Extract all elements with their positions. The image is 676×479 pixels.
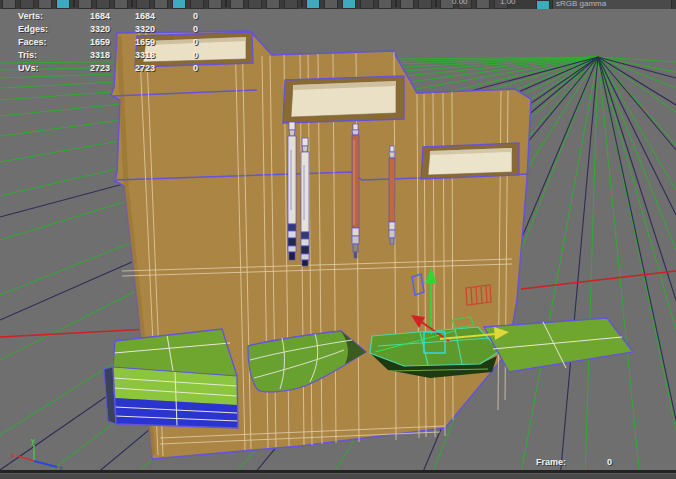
color-management-icon[interactable] bbox=[536, 0, 550, 9]
hud-value: 1659 bbox=[110, 36, 155, 49]
toolbar-icon[interactable] bbox=[418, 0, 432, 9]
toolbar-icon[interactable] bbox=[378, 0, 392, 9]
hud-value: 0 bbox=[155, 10, 198, 23]
hud-row-tris: Tris: 3318 3318 0 bbox=[0, 49, 200, 62]
toolbar-icon[interactable] bbox=[190, 0, 204, 9]
frame-hud: Frame: 0 bbox=[500, 457, 612, 467]
hud-label: Edges: bbox=[0, 23, 70, 36]
frame-label: Frame: bbox=[500, 457, 566, 467]
toolbar-icon[interactable] bbox=[114, 0, 128, 9]
hud-label: Tris: bbox=[0, 49, 70, 62]
poly-count-hud: Verts: 1684 1684 0 Edges: 3320 3320 0 Fa… bbox=[0, 10, 200, 75]
gizmo-x-axis bbox=[18, 456, 34, 461]
hud-value: 3320 bbox=[70, 23, 110, 36]
toolbar-icon[interactable] bbox=[360, 0, 374, 9]
toolbar-icon[interactable] bbox=[476, 0, 490, 9]
toolbar-icon[interactable] bbox=[400, 0, 414, 9]
toolbar-icon[interactable] bbox=[306, 0, 320, 9]
hud-value: 1684 bbox=[110, 10, 155, 23]
toolbar-icon[interactable] bbox=[342, 0, 356, 9]
exposure-field[interactable]: 0.00 bbox=[452, 0, 468, 6]
gamma-field[interactable]: 1.00 bbox=[500, 0, 516, 6]
hud-value: 0 bbox=[155, 62, 198, 75]
hud-value: 3318 bbox=[110, 49, 155, 62]
hud-value: 1684 bbox=[70, 10, 110, 23]
toolbar-icon[interactable] bbox=[266, 0, 280, 9]
toolbar-icon[interactable] bbox=[96, 0, 110, 9]
gizmo-y-label: y bbox=[31, 437, 35, 445]
maya-viewport-window: y x z 0.00 1.00 sRGB gamma Verts: 1684 1… bbox=[0, 0, 676, 479]
notepad-stack[interactable] bbox=[104, 329, 238, 428]
toolbar-icon[interactable] bbox=[56, 0, 70, 9]
gizmo-z-axis bbox=[34, 461, 57, 467]
hud-label: UVs: bbox=[0, 62, 70, 75]
hud-label: Faces: bbox=[0, 36, 70, 49]
toolbar-icon[interactable] bbox=[248, 0, 262, 9]
toolbar-icon[interactable] bbox=[20, 0, 34, 9]
hud-value: 2723 bbox=[70, 62, 110, 75]
pen-4[interactable] bbox=[389, 146, 395, 244]
viewport-toolbar: 0.00 1.00 sRGB gamma bbox=[0, 0, 676, 9]
time-slider-edge bbox=[0, 470, 676, 479]
hud-value: 3320 bbox=[110, 23, 155, 36]
window-recess-2[interactable] bbox=[283, 76, 404, 123]
toolbar-icon[interactable] bbox=[208, 0, 222, 9]
pen-2[interactable] bbox=[301, 138, 309, 266]
hud-label: Verts: bbox=[0, 10, 70, 23]
hud-value: 0 bbox=[155, 49, 198, 62]
flat-sheet[interactable] bbox=[484, 318, 633, 372]
toolbar-icon[interactable] bbox=[154, 0, 168, 9]
hud-value: 3318 bbox=[70, 49, 110, 62]
pen-3[interactable] bbox=[352, 124, 359, 258]
toolbar-icon[interactable] bbox=[38, 0, 52, 9]
color-mode-dropdown[interactable]: sRGB gamma bbox=[552, 0, 672, 9]
gizmo-x-label: x bbox=[11, 452, 15, 459]
toolbar-icon[interactable] bbox=[324, 0, 338, 9]
hud-row-faces: Faces: 1659 1659 0 bbox=[0, 36, 200, 49]
time-slider-bar[interactable] bbox=[0, 473, 676, 479]
toolbar-icon[interactable] bbox=[172, 0, 186, 9]
toolbar-icon[interactable] bbox=[78, 0, 92, 9]
hud-row-uvs: UVs: 2723 2723 0 bbox=[0, 62, 200, 75]
hud-value: 0 bbox=[155, 36, 198, 49]
toolbar-icon[interactable] bbox=[284, 0, 298, 9]
hud-row-verts: Verts: 1684 1684 0 bbox=[0, 10, 200, 23]
toolbar-icon[interactable] bbox=[230, 0, 244, 9]
hud-value: 2723 bbox=[110, 62, 155, 75]
toolbar-icon[interactable] bbox=[2, 0, 16, 9]
view-axis-gizmo: y x z bbox=[11, 437, 63, 472]
frame-value: 0 bbox=[566, 457, 612, 467]
toolbar-icon[interactable] bbox=[136, 0, 150, 9]
window-recess-3[interactable] bbox=[421, 143, 519, 179]
hud-value: 1659 bbox=[70, 36, 110, 49]
pen-1[interactable] bbox=[288, 122, 296, 260]
hud-row-edges: Edges: 3320 3320 0 bbox=[0, 23, 200, 36]
hud-value: 0 bbox=[155, 23, 198, 36]
